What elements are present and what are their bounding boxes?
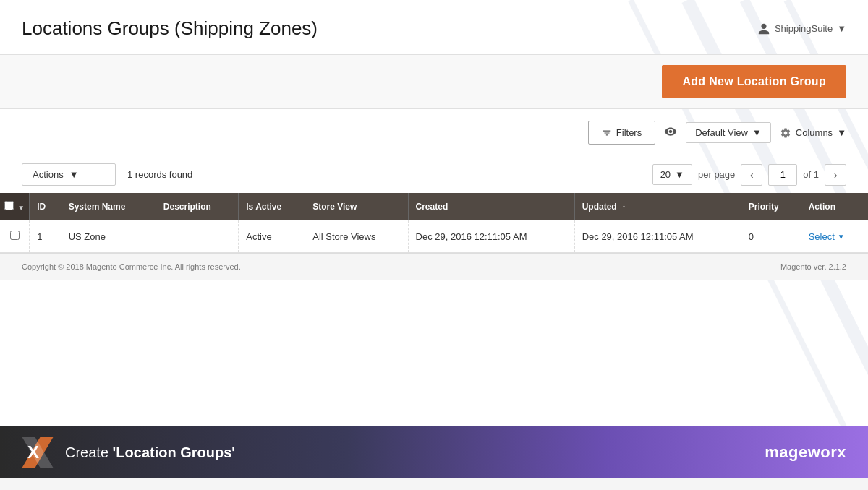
col-header-system-name: System Name: [61, 193, 156, 220]
cell-description: [156, 220, 238, 253]
cell-system-name: US Zone: [61, 220, 156, 253]
cell-is-active: Active: [239, 220, 305, 253]
actions-dropdown[interactable]: Actions ▼: [22, 163, 116, 186]
select-label: Select: [809, 231, 835, 242]
col-header-is-active: Is Active: [239, 193, 305, 220]
page-header: Locations Groups (Shipping Zones) Shippi…: [0, 0, 868, 54]
row-checkbox[interactable]: [10, 231, 20, 240]
banner-left: X Create 'Location Groups': [22, 437, 235, 468]
cell-created: Dec 29, 2016 12:11:05 AM: [408, 220, 574, 253]
records-found: 1 records found: [127, 169, 192, 180]
svg-text:X: X: [27, 442, 39, 462]
header-dropdown-arrow[interactable]: ▼: [17, 204, 25, 212]
filter-bar: Filters Default View ▼ Columns ▼: [0, 109, 868, 156]
select-action-link[interactable]: Select ▼: [809, 231, 861, 242]
sort-icon: ↑: [622, 203, 626, 211]
columns-dropdown-arrow: ▼: [837, 127, 846, 138]
select-dropdown-arrow[interactable]: ▼: [838, 233, 845, 241]
select-all-checkbox[interactable]: [4, 201, 14, 210]
per-page-arrow: ▼: [675, 169, 684, 180]
x-logo-icon: X: [22, 437, 54, 468]
gear-icon: [780, 127, 791, 139]
page-number-input[interactable]: [768, 164, 797, 186]
actions-bar: Actions ▼ 1 records found 20 ▼ per page …: [0, 156, 868, 193]
columns-button[interactable]: Columns ▼: [780, 127, 846, 139]
cell-id: 1: [30, 220, 61, 253]
mageworx-logo: mageworx: [765, 443, 846, 462]
actions-left: Actions ▼ 1 records found: [22, 163, 192, 186]
col-header-priority: Priority: [741, 193, 801, 220]
user-icon: [757, 22, 770, 35]
add-new-location-group-button[interactable]: Add New Location Group: [662, 65, 846, 98]
next-page-button[interactable]: ›: [825, 164, 846, 186]
filters-label: Filters: [616, 127, 642, 138]
cell-updated: Dec 29, 2016 12:11:05 AM: [574, 220, 741, 253]
select-all-checkbox-header[interactable]: ▼: [0, 193, 30, 220]
data-table: ▼ ID System Name Description Is Active S…: [0, 193, 868, 253]
user-menu[interactable]: ShippingSuite ▼: [757, 22, 846, 35]
actions-arrow: ▼: [69, 169, 79, 180]
footer-bar: Copyright © 2018 Magento Commerce Inc. A…: [0, 253, 868, 280]
eye-icon: [664, 125, 677, 140]
per-page-value: 20: [660, 169, 671, 180]
filters-button[interactable]: Filters: [588, 121, 655, 145]
col-header-store-view: Store View: [305, 193, 408, 220]
version-text: Magento ver. 2.1.2: [780, 262, 846, 271]
page-title: Locations Groups (Shipping Zones): [22, 17, 318, 40]
cell-store-view: All Store Views: [305, 220, 408, 253]
per-page-label: per page: [698, 169, 735, 180]
bottom-banner: X Create 'Location Groups' mageworx: [0, 426, 868, 478]
copyright-text: Copyright © 2018 Magento Commerce Inc. A…: [22, 262, 241, 271]
banner-highlight: 'Location Groups': [113, 444, 236, 460]
col-header-updated[interactable]: Updated ↑: [574, 193, 741, 220]
col-header-id: ID: [30, 193, 61, 220]
default-view-dropdown[interactable]: Default View ▼: [686, 122, 771, 143]
table-row: 1 US Zone Active All Store Views Dec 29,…: [0, 220, 868, 253]
per-page-select[interactable]: 20 ▼: [652, 164, 692, 185]
columns-label: Columns: [796, 127, 833, 138]
filter-icon: [602, 128, 612, 138]
total-pages: of 1: [803, 169, 819, 180]
default-view-label: Default View: [695, 127, 748, 138]
pagination: 20 ▼ per page ‹ of 1 ›: [652, 164, 846, 186]
table-header-row: ▼ ID System Name Description Is Active S…: [0, 193, 868, 220]
col-header-description: Description: [156, 193, 238, 220]
row-checkbox-cell[interactable]: [0, 220, 30, 253]
cell-priority: 0: [741, 220, 801, 253]
view-dropdown-arrow: ▼: [752, 127, 762, 138]
prev-page-button[interactable]: ‹: [741, 164, 762, 186]
user-dropdown-arrow[interactable]: ▼: [837, 23, 846, 34]
col-header-action: Action: [801, 193, 868, 220]
cell-action[interactable]: Select ▼: [801, 220, 868, 253]
user-name: ShippingSuite: [775, 23, 833, 34]
actions-label: Actions: [33, 169, 64, 180]
toolbar-section: Add New Location Group: [0, 54, 868, 109]
col-header-created: Created: [408, 193, 574, 220]
banner-text: Create 'Location Groups': [65, 444, 235, 461]
